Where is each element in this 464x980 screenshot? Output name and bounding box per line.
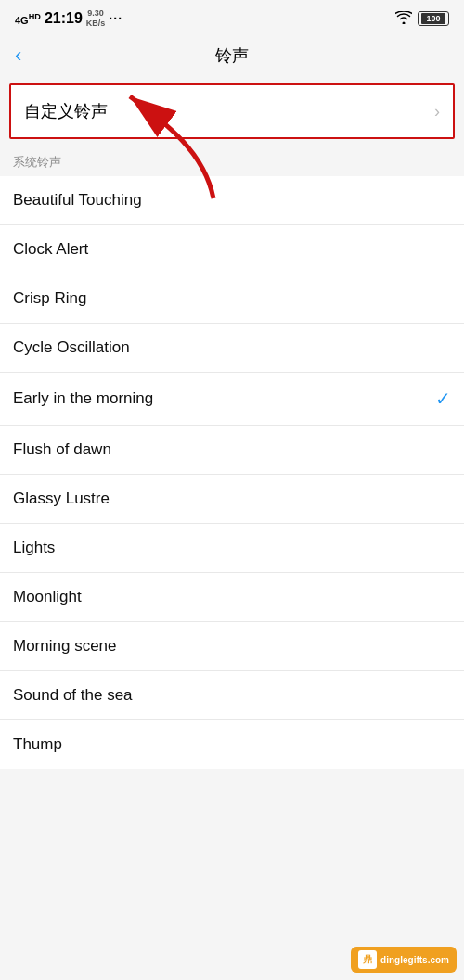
signal-icon: 4GHD [15, 12, 41, 26]
list-item[interactable]: Early in the morning✓ [0, 373, 464, 426]
back-button[interactable]: ‹ [15, 44, 21, 68]
page-title: 铃声 [215, 45, 249, 67]
status-right: 100 [395, 11, 449, 27]
status-dots: ··· [109, 11, 122, 26]
selected-checkmark: ✓ [435, 388, 451, 410]
list-item[interactable]: Crisp Ring [0, 274, 464, 324]
list-item[interactable]: Moonlight [0, 573, 464, 622]
status-bar: 4GHD 21:19 9.30 KB/s ··· 100 [0, 0, 464, 33]
nav-bar: ‹ 铃声 [0, 33, 464, 78]
ringtone-name: Beautiful Touching [13, 191, 142, 210]
network-speed: 9.30 KB/s [86, 8, 106, 29]
list-item[interactable]: Flush of dawn [0, 426, 464, 475]
ringtone-list: Beautiful TouchingClock AlertCrisp RingC… [0, 176, 464, 769]
custom-ringtone-label: 自定义铃声 [24, 100, 108, 122]
status-left: 4GHD 21:19 9.30 KB/s ··· [15, 8, 122, 29]
battery-level: 100 [421, 13, 445, 24]
list-item[interactable]: Cycle Oscillation [0, 324, 464, 373]
watermark-text: dinglegifts.com [380, 955, 449, 965]
ringtone-name: Cycle Oscillation [13, 338, 130, 357]
ringtone-name: Morning scene [13, 637, 117, 655]
ringtone-name: Early in the morning [13, 389, 153, 408]
ringtone-name: Sound of the sea [13, 686, 133, 705]
list-item[interactable]: Clock Alert [0, 225, 464, 274]
ringtone-name: Moonlight [13, 588, 82, 606]
chevron-right-icon: › [434, 102, 440, 121]
list-item[interactable]: Thump [0, 720, 464, 769]
list-item[interactable]: Sound of the sea [0, 671, 464, 720]
watermark-icon: 鼎 [358, 950, 377, 969]
custom-ringtone-row[interactable]: 自定义铃声 › [9, 83, 455, 139]
ringtone-name: Flush of dawn [13, 440, 111, 459]
list-item[interactable]: Beautiful Touching [0, 176, 464, 225]
list-item[interactable]: Morning scene [0, 622, 464, 671]
ringtone-name: Lights [13, 539, 55, 557]
battery-indicator: 100 [418, 11, 449, 26]
ringtone-name: Clock Alert [13, 240, 88, 259]
wifi-icon [395, 11, 412, 27]
ringtone-name: Crisp Ring [13, 289, 86, 308]
list-item[interactable]: Lights [0, 524, 464, 573]
ringtone-name: Thump [13, 735, 62, 754]
list-item[interactable]: Glassy Lustre [0, 475, 464, 524]
system-section-header: 系统铃声 [0, 145, 464, 176]
watermark: 鼎 dinglegifts.com [351, 947, 457, 973]
status-time: 21:19 [45, 10, 83, 27]
ringtone-name: Glassy Lustre [13, 490, 110, 508]
